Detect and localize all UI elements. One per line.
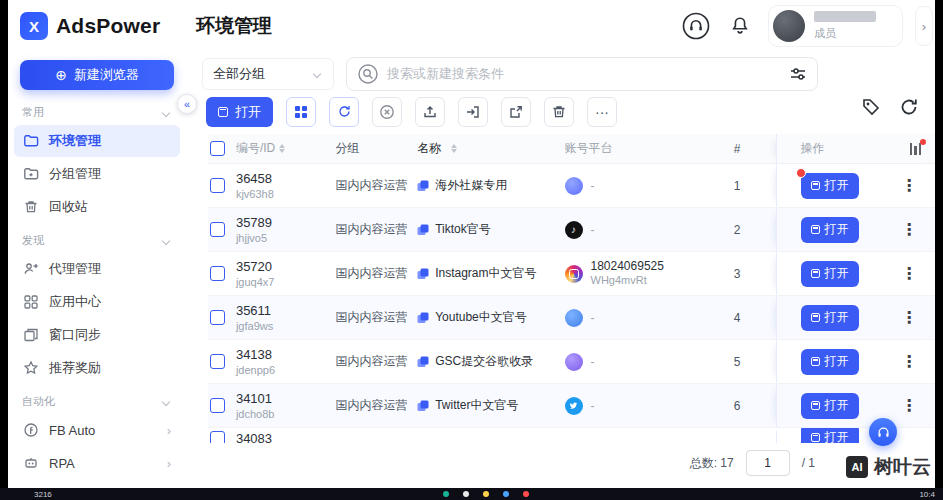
member-label: 成员 <box>814 26 876 41</box>
adspower-window: X AdsPower 环境管理 成员 › <box>8 0 935 488</box>
browser-window-icon <box>811 313 820 322</box>
sidebar-item-rpa[interactable]: RPA › <box>14 447 180 479</box>
taskbar-app-icon[interactable] <box>483 491 489 497</box>
brand-name: AdsPower <box>56 14 160 38</box>
browser-window-icon <box>811 433 820 442</box>
share-export-icon-button[interactable] <box>501 97 531 127</box>
sidebar-item-proxy[interactable]: 代理管理 <box>14 253 180 285</box>
new-browser-button[interactable]: ⊕ 新建浏览器 <box>20 60 174 90</box>
sidebar-item-fb-auto[interactable]: FB Auto › <box>14 414 180 446</box>
open-button[interactable]: 打开 <box>801 393 859 419</box>
taskbar-clock: 10:4 <box>919 490 935 499</box>
open-selected-button[interactable]: 打开 <box>206 97 273 127</box>
sidebar-item-environments[interactable]: 环境管理 <box>14 125 180 157</box>
user-account[interactable]: 成员 <box>768 5 903 47</box>
site-icon <box>417 224 429 236</box>
platform-icon-generic <box>565 177 583 195</box>
tiktok-icon: ♪ <box>565 221 583 239</box>
search-icon <box>357 63 379 85</box>
sidebar-item-rewards[interactable]: 推荐奖励 <box>14 352 180 384</box>
reload-table-icon[interactable] <box>899 97 919 117</box>
open-button[interactable]: 打开 <box>801 349 859 375</box>
row-more-icon[interactable]: ⋮ <box>901 220 917 239</box>
user-meta: 成员 <box>814 11 876 41</box>
select-all-checkbox[interactable] <box>210 141 225 156</box>
sidebar-item-app-center[interactable]: 应用中心 <box>14 286 180 318</box>
sidebar-item-window-sync[interactable]: 窗口同步 <box>14 319 180 351</box>
sort-icon[interactable] <box>451 144 457 153</box>
table-row: 34083 打开 <box>208 428 935 443</box>
more-actions-button[interactable]: ··· <box>587 97 617 127</box>
tag-icon[interactable] <box>861 97 881 117</box>
sidebar: ⊕ 新建浏览器 常用 环境管理 分组管理 回收站 发现 <box>8 52 186 488</box>
table-row: 35720jguq4x7 国内内容运营 Instagram中文官号 180240… <box>208 252 935 296</box>
folder-icon <box>23 133 39 149</box>
close-all-icon-button[interactable] <box>372 97 402 127</box>
row-checkbox[interactable] <box>210 310 225 325</box>
row-more-icon[interactable]: ⋮ <box>901 396 917 415</box>
sidebar-item-recycle-bin[interactable]: 回收站 <box>14 191 180 223</box>
taskbar-app-icon[interactable] <box>503 491 509 497</box>
chevron-right-icon: › <box>167 456 171 471</box>
filter-row: 全部分组 <box>186 52 935 90</box>
sidebar-item-groups[interactable]: 分组管理 <box>14 158 180 190</box>
open-button[interactable]: 打开 <box>801 305 859 331</box>
instagram-icon <box>565 265 583 283</box>
row-more-icon[interactable]: ⋮ <box>901 264 917 283</box>
site-icon <box>417 180 429 192</box>
customer-service-float-button[interactable] <box>869 418 897 446</box>
browser-window-icon <box>811 181 820 190</box>
row-more-icon[interactable]: ⋮ <box>901 352 917 371</box>
row-checkbox[interactable] <box>210 178 225 193</box>
column-settings-icon[interactable] <box>910 143 922 155</box>
group-filter-select[interactable]: 全部分组 <box>202 58 334 90</box>
row-more-icon[interactable]: ⋮ <box>901 176 917 195</box>
open-button[interactable]: 打开 <box>801 217 859 243</box>
import-icon-button[interactable] <box>458 97 488 127</box>
taskbar-app-icon[interactable] <box>523 491 529 497</box>
notifications-bell-icon[interactable] <box>724 10 756 42</box>
row-checkbox[interactable] <box>210 354 225 369</box>
browser-window-icon <box>811 357 820 366</box>
table-row: 36458kjv63h8 国内内容运营 海外社媒专用 - 1 打开 ⋮ <box>208 164 935 208</box>
filter-sliders-icon[interactable] <box>789 65 807 83</box>
row-checkbox[interactable] <box>210 266 225 281</box>
platform-icon-generic <box>565 353 583 371</box>
sort-icon[interactable] <box>279 144 285 153</box>
sidebar-section-common[interactable]: 常用 <box>8 96 186 124</box>
page-number-input[interactable] <box>746 450 790 476</box>
open-button[interactable]: 打开 <box>801 261 859 287</box>
taskbar-app-icon[interactable] <box>443 491 449 497</box>
page-title: 环境管理 <box>196 13 272 39</box>
delete-icon-button[interactable] <box>544 97 574 127</box>
total-count: 总数: 17 <box>690 455 734 472</box>
account-expand-chevron-icon[interactable]: › <box>915 6 933 46</box>
search-box <box>346 57 818 91</box>
headset-icon <box>876 425 891 440</box>
chevron-down-icon <box>162 236 170 244</box>
export-upload-icon-button[interactable] <box>415 97 445 127</box>
chevron-down-icon <box>313 69 321 77</box>
open-button[interactable]: 打开 <box>801 428 859 443</box>
batch-windows-icon-button[interactable] <box>286 97 316 127</box>
sidebar-section-automation[interactable]: 自动化 <box>8 385 186 413</box>
chevron-down-icon <box>162 108 170 116</box>
row-checkbox[interactable] <box>210 431 225 443</box>
taskbar-app-icon[interactable] <box>463 491 469 497</box>
open-button[interactable]: 打开 <box>801 173 859 199</box>
sidebar-section-discover[interactable]: 发现 <box>8 224 186 252</box>
watermark: AI 树叶云 <box>846 454 931 480</box>
sidebar-collapse-button[interactable]: « <box>177 94 197 114</box>
facebook-circle-icon <box>23 422 39 438</box>
search-input[interactable] <box>387 66 781 81</box>
row-checkbox[interactable] <box>210 222 225 237</box>
table-row: 34101jdcho8b 国内内容运营 Twitter中文官号 - 6 <box>208 384 935 428</box>
trash-icon <box>23 199 39 215</box>
twitter-icon <box>565 397 583 415</box>
adspower-logo-icon: X <box>20 12 48 40</box>
table-header: 编号/ID 分组 名称 账号平台 # 操作 <box>208 134 935 164</box>
row-checkbox[interactable] <box>210 398 225 413</box>
row-more-icon[interactable]: ⋮ <box>901 308 917 327</box>
refresh-icon-button[interactable] <box>329 97 359 127</box>
support-icon[interactable] <box>680 10 712 42</box>
